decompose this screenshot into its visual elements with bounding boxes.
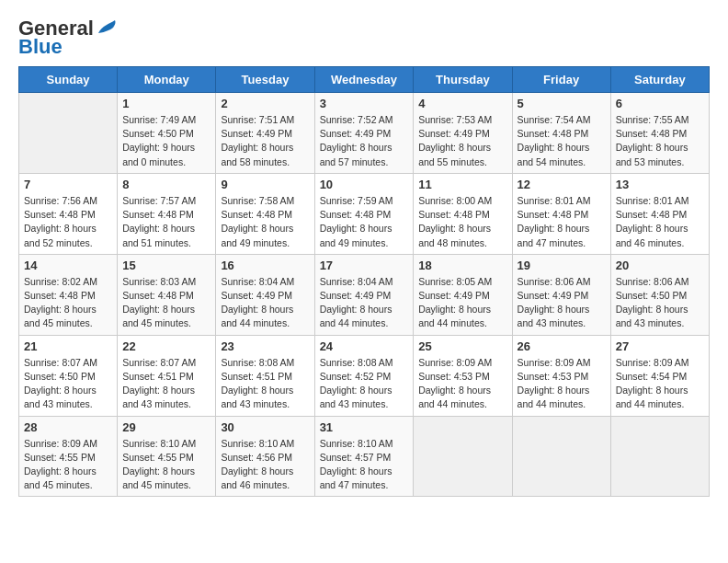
day-number: 9 <box>221 178 309 191</box>
calendar-cell: 24Sunrise: 8:08 AMSunset: 4:52 PMDayligh… <box>314 335 414 416</box>
calendar-cell: 8Sunrise: 7:57 AMSunset: 4:48 PMDaylight… <box>118 173 216 254</box>
day-number: 28 <box>24 420 112 434</box>
day-number: 12 <box>518 178 606 191</box>
day-info: Sunrise: 8:08 AMSunset: 4:51 PMDaylight:… <box>221 356 309 412</box>
day-of-week-header: Friday <box>512 67 610 93</box>
day-info: Sunrise: 8:07 AMSunset: 4:50 PMDaylight:… <box>24 356 112 412</box>
day-number: 15 <box>122 259 210 272</box>
day-of-week-header: Monday <box>118 67 216 93</box>
day-info: Sunrise: 8:05 AMSunset: 4:49 PMDaylight:… <box>418 275 506 331</box>
day-number: 27 <box>616 339 704 353</box>
logo: General Blue <box>18 18 120 57</box>
day-info: Sunrise: 7:59 AMSunset: 4:48 PMDaylight:… <box>320 194 409 250</box>
day-info: Sunrise: 8:10 AMSunset: 4:56 PMDaylight:… <box>221 437 309 493</box>
calendar-cell: 28Sunrise: 8:09 AMSunset: 4:55 PMDayligh… <box>19 416 118 497</box>
calendar-cell: 21Sunrise: 8:07 AMSunset: 4:50 PMDayligh… <box>19 335 118 416</box>
day-number: 18 <box>418 259 506 272</box>
calendar-cell: 4Sunrise: 7:53 AMSunset: 4:49 PMDaylight… <box>414 93 512 174</box>
day-info: Sunrise: 8:06 AMSunset: 4:49 PMDaylight:… <box>518 275 606 331</box>
day-info: Sunrise: 7:51 AMSunset: 4:49 PMDaylight:… <box>221 113 309 169</box>
day-number: 13 <box>616 178 704 191</box>
day-info: Sunrise: 8:09 AMSunset: 4:53 PMDaylight:… <box>518 356 606 412</box>
day-info: Sunrise: 8:02 AMSunset: 4:48 PMDaylight:… <box>24 275 112 331</box>
day-number: 17 <box>320 259 409 272</box>
day-number: 16 <box>221 259 309 272</box>
calendar-cell <box>512 416 610 497</box>
day-of-week-header: Sunday <box>19 67 118 93</box>
calendar-cell: 25Sunrise: 8:09 AMSunset: 4:53 PMDayligh… <box>414 335 512 416</box>
calendar-cell: 17Sunrise: 8:04 AMSunset: 4:49 PMDayligh… <box>314 254 414 335</box>
calendar-cell: 13Sunrise: 8:01 AMSunset: 4:48 PMDayligh… <box>610 173 709 254</box>
calendar-week-row: 7Sunrise: 7:56 AMSunset: 4:48 PMDaylight… <box>19 173 710 254</box>
day-info: Sunrise: 7:52 AMSunset: 4:49 PMDaylight:… <box>320 113 409 169</box>
calendar-cell: 30Sunrise: 8:10 AMSunset: 4:56 PMDayligh… <box>216 416 314 497</box>
calendar-week-row: 1Sunrise: 7:49 AMSunset: 4:50 PMDaylight… <box>19 93 710 174</box>
calendar-cell: 9Sunrise: 7:58 AMSunset: 4:48 PMDaylight… <box>216 173 314 254</box>
day-info: Sunrise: 8:06 AMSunset: 4:50 PMDaylight:… <box>616 275 704 331</box>
day-number: 10 <box>320 178 409 191</box>
day-info: Sunrise: 8:10 AMSunset: 4:57 PMDaylight:… <box>320 437 409 493</box>
calendar-header-row: SundayMondayTuesdayWednesdayThursdayFrid… <box>19 67 710 93</box>
day-number: 20 <box>616 259 704 272</box>
day-info: Sunrise: 8:08 AMSunset: 4:52 PMDaylight:… <box>320 356 409 412</box>
calendar-cell <box>414 416 512 497</box>
day-of-week-header: Thursday <box>414 67 512 93</box>
day-info: Sunrise: 8:07 AMSunset: 4:51 PMDaylight:… <box>122 356 210 412</box>
page-header: General Blue <box>18 18 710 57</box>
calendar-cell: 5Sunrise: 7:54 AMSunset: 4:48 PMDaylight… <box>512 93 610 174</box>
calendar-cell: 10Sunrise: 7:59 AMSunset: 4:48 PMDayligh… <box>314 173 414 254</box>
calendar-cell: 7Sunrise: 7:56 AMSunset: 4:48 PMDaylight… <box>19 173 118 254</box>
calendar-cell: 23Sunrise: 8:08 AMSunset: 4:51 PMDayligh… <box>216 335 314 416</box>
day-info: Sunrise: 8:00 AMSunset: 4:48 PMDaylight:… <box>418 194 506 250</box>
calendar-cell: 29Sunrise: 8:10 AMSunset: 4:55 PMDayligh… <box>118 416 216 497</box>
calendar-cell: 6Sunrise: 7:55 AMSunset: 4:48 PMDaylight… <box>610 93 709 174</box>
day-number: 14 <box>24 259 112 272</box>
day-info: Sunrise: 7:49 AMSunset: 4:50 PMDaylight:… <box>122 113 210 169</box>
day-of-week-header: Tuesday <box>216 67 314 93</box>
calendar-cell <box>610 416 709 497</box>
calendar-cell: 26Sunrise: 8:09 AMSunset: 4:53 PMDayligh… <box>512 335 610 416</box>
day-info: Sunrise: 8:01 AMSunset: 4:48 PMDaylight:… <box>518 194 606 250</box>
calendar-cell: 20Sunrise: 8:06 AMSunset: 4:50 PMDayligh… <box>610 254 709 335</box>
day-number: 19 <box>518 259 606 272</box>
day-info: Sunrise: 8:09 AMSunset: 4:55 PMDaylight:… <box>24 437 112 493</box>
calendar-cell: 14Sunrise: 8:02 AMSunset: 4:48 PMDayligh… <box>19 254 118 335</box>
calendar-cell: 1Sunrise: 7:49 AMSunset: 4:50 PMDaylight… <box>118 93 216 174</box>
day-number: 7 <box>24 178 112 191</box>
day-info: Sunrise: 8:03 AMSunset: 4:48 PMDaylight:… <box>122 275 210 331</box>
calendar-cell: 18Sunrise: 8:05 AMSunset: 4:49 PMDayligh… <box>414 254 512 335</box>
day-number: 2 <box>221 97 309 110</box>
logo-wing-icon <box>97 17 120 37</box>
day-number: 21 <box>24 339 112 353</box>
day-of-week-header: Wednesday <box>314 67 414 93</box>
day-info: Sunrise: 8:10 AMSunset: 4:55 PMDaylight:… <box>122 437 210 493</box>
calendar-cell: 3Sunrise: 7:52 AMSunset: 4:49 PMDaylight… <box>314 93 414 174</box>
calendar-week-row: 21Sunrise: 8:07 AMSunset: 4:50 PMDayligh… <box>19 335 710 416</box>
day-number: 25 <box>418 339 506 353</box>
calendar-cell: 16Sunrise: 8:04 AMSunset: 4:49 PMDayligh… <box>216 254 314 335</box>
day-number: 23 <box>221 339 309 353</box>
day-info: Sunrise: 7:53 AMSunset: 4:49 PMDaylight:… <box>418 113 506 169</box>
day-number: 30 <box>221 420 309 434</box>
calendar-cell: 22Sunrise: 8:07 AMSunset: 4:51 PMDayligh… <box>118 335 216 416</box>
calendar-cell <box>19 93 118 174</box>
day-info: Sunrise: 8:09 AMSunset: 4:53 PMDaylight:… <box>418 356 506 412</box>
day-number: 26 <box>518 339 606 353</box>
calendar-cell: 27Sunrise: 8:09 AMSunset: 4:54 PMDayligh… <box>610 335 709 416</box>
day-number: 8 <box>122 178 210 191</box>
day-number: 29 <box>122 420 210 434</box>
day-info: Sunrise: 7:55 AMSunset: 4:48 PMDaylight:… <box>616 113 704 169</box>
day-info: Sunrise: 8:09 AMSunset: 4:54 PMDaylight:… <box>616 356 704 412</box>
day-number: 22 <box>122 339 210 353</box>
calendar-cell: 31Sunrise: 8:10 AMSunset: 4:57 PMDayligh… <box>314 416 414 497</box>
day-info: Sunrise: 8:01 AMSunset: 4:48 PMDaylight:… <box>616 194 704 250</box>
day-info: Sunrise: 7:58 AMSunset: 4:48 PMDaylight:… <box>221 194 309 250</box>
day-number: 1 <box>122 97 210 110</box>
day-number: 11 <box>418 178 506 191</box>
calendar-table: SundayMondayTuesdayWednesdayThursdayFrid… <box>18 66 710 497</box>
logo-blue-text: Blue <box>18 37 63 57</box>
calendar-week-row: 14Sunrise: 8:02 AMSunset: 4:48 PMDayligh… <box>19 254 710 335</box>
day-info: Sunrise: 8:04 AMSunset: 4:49 PMDaylight:… <box>320 275 409 331</box>
day-number: 24 <box>320 339 409 353</box>
day-number: 3 <box>320 97 409 110</box>
